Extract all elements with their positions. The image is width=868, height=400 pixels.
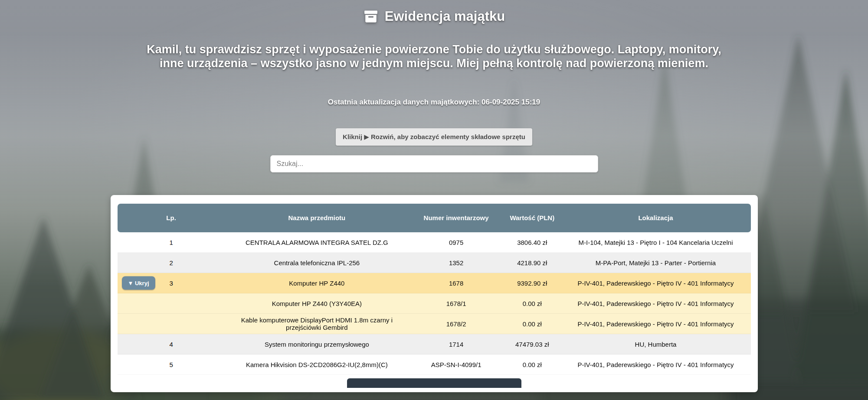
cell-location: P-IV-401, Paderewskiego - Piętro IV - 40… [560,354,750,375]
intro-text: Kamil, tu sprawdzisz sprzęt i wyposażeni… [139,42,729,70]
cell-lp: ▼ Ukryj 3 [118,273,225,293]
cell-inventory-number: 1678 [409,273,504,293]
cell-inventory-number: 1678/1 [409,293,504,314]
cell-value: 9392.90 zł [504,273,560,293]
cell-item-name: System monitoringu przemysłowego [225,334,409,354]
cell-item-name: Kamera Hikvision DS-2CD2086G2-IU(2,8mm)(… [225,354,409,375]
cell-lp: 4 [118,334,225,354]
cell-location: P-IV-401, Paderewskiego - Piętro IV - 40… [560,314,750,334]
column-header-name: Nazwa przedmiotu [225,204,409,232]
cell-location: P-IV-401, Paderewskiego - Piętro IV - 40… [560,293,750,314]
inventory-card: Lp. Nazwa przedmiotu Numer inwentarzowy … [111,195,758,392]
row-number: 1 [169,239,173,246]
cell-inventory-number: 1352 [409,253,504,273]
page-title-text: Ewidencja majątku [385,9,505,24]
cell-inventory-number: 1678/2 [409,314,504,334]
column-header-lp: Lp. [118,204,225,232]
row-number: 2 [169,259,173,267]
hide-components-button[interactable]: ▼ Ukryj [122,276,155,290]
inventory-table: Lp. Nazwa przedmiotu Numer inwentarzowy … [118,204,751,375]
last-update-text: Ostatnia aktualizacja danych majątkowych… [0,98,868,107]
row-number: 5 [169,361,173,368]
archive-box-icon [363,9,379,24]
cell-location: M-PA-Port, Matejki 13 - Parter - Portier… [560,253,750,273]
page-title: Ewidencja majątku [0,0,868,24]
cell-location: HU, Humberta [560,334,750,354]
cell-value: 0.00 zł [504,293,560,314]
cell-value: 0.00 zł [504,354,560,375]
expand-hint-badge: Kliknij ▶ Rozwiń, aby zobaczyć elementy … [336,128,532,146]
table-row[interactable]: 1 CENTRALA ALARMOWA INTEGRA SATEL DZ.G 0… [118,232,751,253]
row-number: 3 [169,280,173,287]
table-row[interactable]: Kable komputerowe DisplayPort HDMI 1.8m … [118,314,751,334]
cell-lp: 1 [118,232,225,253]
cell-location: P-IV-401, Paderewskiego - Piętro IV - 40… [560,273,750,293]
column-header-inventory-number: Numer inwentarzowy [409,204,504,232]
row-number: 4 [169,341,173,348]
cell-lp [118,314,225,334]
table-row[interactable]: 2 Centrala telefoniczna IPL-256 1352 421… [118,253,751,273]
table-row[interactable]: ▼ Ukryj 3 Komputer HP Z440 1678 9392.90 … [118,273,751,293]
cell-item-name: Komputer HP Z440 [225,273,409,293]
cell-lp: 2 [118,253,225,273]
cell-location: M-I-104, Matejki 13 - Piętro I - 104 Kan… [560,232,750,253]
cell-inventory-number: 1714 [409,334,504,354]
column-header-location: Lokalizacja [560,204,750,232]
cell-value: 3806.40 zł [504,232,560,253]
table-header-row: Lp. Nazwa przedmiotu Numer inwentarzowy … [118,204,751,232]
cell-item-name: Centrala telefoniczna IPL-256 [225,253,409,273]
cell-value: 47479.03 zł [504,334,560,354]
cell-lp [118,293,225,314]
cell-item-name: CENTRALA ALARMOWA INTEGRA SATEL DZ.G [225,232,409,253]
cell-inventory-number: ASP-SN-I-4099/1 [409,354,504,375]
partial-bottom-element [347,378,521,388]
cell-lp: 5 [118,354,225,375]
table-row[interactable]: 4 System monitoringu przemysłowego 1714 … [118,334,751,354]
cell-item-name: Kable komputerowe DisplayPort HDMI 1.8m … [225,314,409,334]
column-header-value: Wartość (PLN) [504,204,560,232]
cell-item-name: Komputer HP Z440 (Y3Y40EA) [225,293,409,314]
table-row[interactable]: Komputer HP Z440 (Y3Y40EA) 1678/1 0.00 z… [118,293,751,314]
cell-inventory-number: 0975 [409,232,504,253]
table-body: 1 CENTRALA ALARMOWA INTEGRA SATEL DZ.G 0… [118,232,751,375]
cell-value: 4218.90 zł [504,253,560,273]
cell-value: 0.00 zł [504,314,560,334]
table-row[interactable]: 5 Kamera Hikvision DS-2CD2086G2-IU(2,8mm… [118,354,751,375]
search-input[interactable] [270,155,598,172]
